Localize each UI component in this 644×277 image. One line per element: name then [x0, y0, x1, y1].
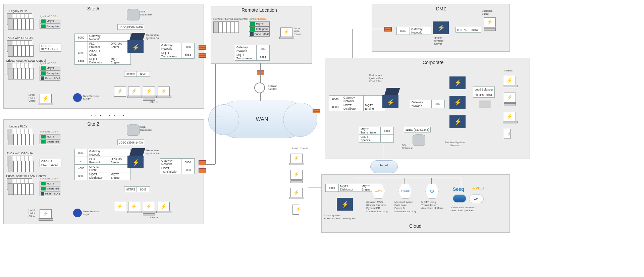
site-right-table: Gateway Network8060 MQTT Transmission888… [160, 158, 195, 174]
firewall-icon [257, 70, 264, 75]
firewall-icon [199, 168, 206, 173]
wan-cloud: WAN [218, 101, 306, 138]
remote-table: Gateway Network8060 MQTT Transmission888… [235, 45, 270, 61]
db-label: SQL Database [140, 125, 152, 131]
api-cloud-icon: API [469, 195, 484, 203]
connector [352, 29, 384, 29]
client-icon [504, 76, 516, 86]
site-right-table: Gateway Network8060 MQTT Transmission888… [160, 43, 195, 59]
opcua-protocol-box: OPC-UA PLC Protocol [40, 159, 61, 167]
connector [205, 164, 215, 165]
client-icon [290, 154, 303, 164]
connector [215, 116, 222, 116]
plc-icon [213, 21, 239, 33]
keyboard-icon [290, 180, 303, 183]
client-icon [504, 112, 516, 122]
clients-label: Clients [150, 216, 158, 219]
dmz-title: DMZ [436, 6, 446, 11]
load-balancer-icon [479, 101, 491, 108]
ignition-edge-logo: ignitionEDGE✓ [40, 62, 59, 65]
firewall-icon [199, 53, 206, 58]
client-icon [128, 87, 140, 97]
legacy-plcs-label: Legacy PLCs [9, 9, 28, 13]
connector [405, 178, 405, 184]
ignition-edge-logo: ignitionEDGE✓ [40, 15, 59, 18]
volt-logo: ⚡VOLT [472, 186, 484, 190]
connector [431, 178, 432, 184]
sensor-icon [73, 209, 82, 217]
plc-icon [8, 183, 34, 195]
keyboard-icon [143, 98, 155, 101]
connector [260, 93, 261, 101]
corp-clients-label: Clients [504, 69, 513, 72]
azure-label: Microsoft Azure Data Lake Power BI Machi… [394, 201, 416, 213]
sensor-label: New Sensors MQTT [83, 210, 99, 216]
firewall-icon [313, 109, 320, 113]
plc-icon [8, 45, 34, 57]
cloud-title: Cloud [409, 223, 422, 229]
db-icon [413, 134, 425, 148]
client-icon [40, 94, 52, 104]
opcua-plcs-label: PLCs with OPC-UA [7, 152, 33, 155]
business-client-label: Busienss Client [482, 9, 492, 15]
connector [461, 178, 461, 186]
corp-jdbc-box: JDBC (3306,1443) [404, 127, 431, 132]
cloud-small-icon [453, 195, 466, 203]
connector [308, 187, 321, 187]
server-icon: ⚡ [433, 21, 449, 34]
client-icon [114, 202, 126, 212]
sensor-label: New Sensors MQTT [83, 95, 99, 101]
db-icon [127, 124, 139, 137]
firewall-icon [199, 45, 206, 50]
public-clients-label: Public Clients [292, 147, 308, 150]
local-hmi-label: Local HMI / Client [29, 209, 35, 218]
server-icon: ⚡ [382, 88, 398, 108]
dmz-server-label: Ignition Frontend Server [433, 36, 443, 46]
server-icon: ⚡ [449, 96, 466, 109]
jdbc-box: JDBC (3306,1443) [117, 140, 144, 145]
site-a-title: Site A [87, 6, 100, 11]
redundant-label: Redundant Ignition Pair [146, 34, 160, 40]
cloud-mqtt-label: MQTT using Transmission Any cloud platfo… [421, 201, 443, 210]
edge-box: MQTT Enterprise [40, 134, 60, 144]
client-icon [504, 93, 516, 103]
plc-icon [8, 161, 34, 172]
server-icon: ⚡ [449, 76, 466, 89]
local-hmi-label: Local HMI / Client [29, 93, 35, 103]
connector [378, 178, 378, 184]
sensor-icon [73, 93, 82, 102]
plc-icon [8, 18, 34, 30]
frontend-servers-label: Frontend Ignition Servers [445, 141, 465, 147]
corp-gw-table: Gateway Network8060 [410, 100, 445, 108]
server-icon: ⚡ [127, 33, 144, 53]
seeq-logo: Seeq [453, 186, 464, 192]
cloud-server-label: Cloud Ignition Public access, hosting, e… [324, 214, 357, 220]
client-icon [280, 27, 292, 38]
ignition-edge-logo: ignitionEDGE✓ [40, 177, 59, 180]
site-left-table: 8060Gateway Network ...PLC ProtocolOPC-U… [74, 34, 131, 65]
ignition-edge-logo: ignitionEDGE✓ [250, 17, 268, 20]
client-icon [158, 202, 170, 212]
corporate-title: Corporate [423, 60, 443, 65]
firewall-icon [384, 27, 392, 32]
client-icon [114, 87, 126, 97]
site-z-title: Site Z [87, 121, 100, 127]
corp-redundant-label: Redundant Ignition Pair I/O & EAM [369, 74, 383, 83]
edge-box: MQTT Enterprise Panel8043 [40, 66, 60, 81]
internet-label: Internet [378, 164, 388, 167]
clients-label: Clients [150, 101, 158, 104]
load-balancer-box: Load BalancerHTTPS 8043 [473, 87, 495, 98]
connector [354, 178, 461, 178]
server-icon: ⚡ [449, 115, 466, 128]
db-label: SQL Database [140, 10, 152, 16]
client-icon [484, 17, 496, 27]
keyboard-icon [504, 103, 516, 106]
dmz-https-table: HTTPS8043 [455, 27, 481, 33]
opcua-protocol-box: OPC-UA PLC Protocol [40, 44, 61, 52]
jdbc-box: JDBC (3306,1443) [117, 24, 144, 30]
client-icon [158, 87, 170, 97]
redundant-label: Redundant Ignition Pair [146, 149, 160, 155]
cellular-label: Cellular Satellite [268, 85, 277, 91]
edge-box: MQTT Enterprise Panel8043 [40, 181, 60, 196]
corp-bottom-table: MQTT Transmission8883 Cloud Specific... [359, 127, 394, 143]
